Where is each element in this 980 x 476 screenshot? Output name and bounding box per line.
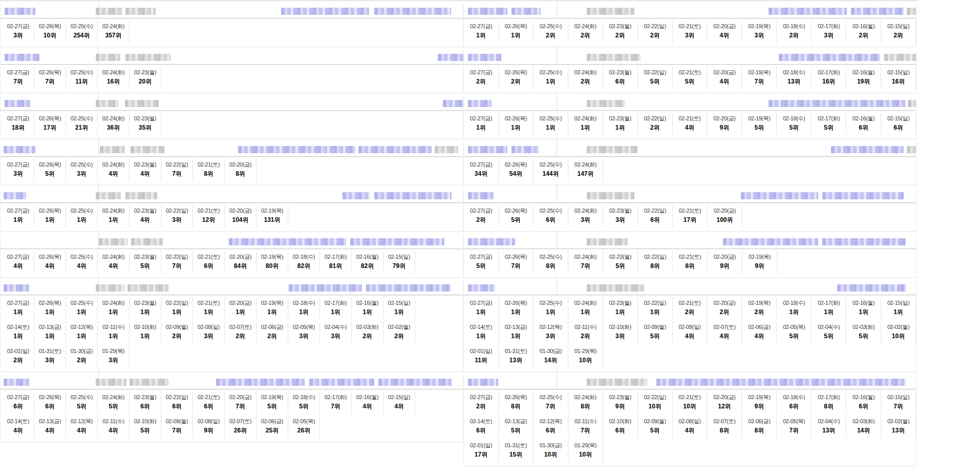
redacted-title-link[interactable]	[4, 146, 35, 153]
cell-date: 02-22(일)	[161, 299, 193, 307]
redacted-title-link[interactable]	[468, 284, 495, 292]
redacted-title-link[interactable]	[366, 284, 451, 292]
redacted-title-link[interactable]	[512, 8, 541, 15]
rank-cell: 02-20(금)9위	[708, 251, 742, 274]
redacted-title-link[interactable]	[468, 146, 507, 153]
redacted-label-text	[435, 146, 458, 153]
redacted-title-link[interactable]	[831, 146, 904, 153]
redacted-title-link[interactable]	[769, 100, 906, 107]
rank-cell: 02-09(월)5위	[638, 321, 673, 344]
header-divider	[557, 184, 557, 203]
rank-cell: 02-17(화)16위	[812, 67, 846, 89]
cell-date: 02-07(토)	[707, 418, 741, 425]
redacted-title-link[interactable]	[4, 192, 26, 199]
cell-date: 02-22(일)	[161, 394, 193, 401]
rank-cell: 02-27(금)2위	[464, 67, 499, 89]
rank-row: 02-27(금)2위02-26(목)2위02-25(수)1위02-24(화)2위…	[464, 67, 916, 89]
redacted-title-link[interactable]	[216, 379, 305, 386]
redacted-title-link[interactable]	[309, 379, 374, 386]
redacted-title-link[interactable]	[468, 54, 501, 61]
redacted-title-link[interactable]	[358, 146, 432, 153]
redacted-title-link[interactable]	[822, 238, 906, 245]
block-header	[464, 375, 916, 389]
redacted-title-link[interactable]	[378, 379, 452, 386]
redacted-title-link[interactable]	[468, 238, 515, 245]
cell-date: 02-15(일)	[881, 299, 915, 307]
redacted-title-link[interactable]	[281, 8, 369, 15]
cell-date: 02-24(화)	[568, 207, 603, 215]
redacted-title-link[interactable]	[723, 238, 818, 245]
redacted-title-link[interactable]	[779, 54, 880, 61]
rank-block: 02-27(금)6위02-26(목)6위02-25(수)5위02-24(화)5위…	[0, 375, 463, 442]
redacted-title-link[interactable]	[374, 192, 452, 199]
cell-date: 02-25(수)	[534, 161, 568, 169]
rank-rows: 02-27(금)1위02-26(목)1위02-25(수)2위02-24(화)2위…	[464, 18, 916, 47]
cell-date: 02-20(금)	[707, 299, 741, 307]
cell-date: 02-22(일)	[638, 207, 672, 215]
redacted-title-link[interactable]	[289, 284, 362, 292]
redacted-title-link[interactable]	[4, 284, 29, 292]
rank-row: 02-27(금)2위02-26(목)8위02-25(수)7위02-24(화)8위…	[464, 391, 916, 414]
cell-date: 02-21(토)	[673, 69, 707, 76]
redacted-title-link[interactable]	[837, 284, 906, 292]
redacted-label-text	[587, 100, 625, 107]
block-header	[464, 189, 916, 203]
cell-date: 02-10(화)	[130, 323, 161, 331]
cell-rank: 1위	[812, 308, 846, 316]
redacted-title-link[interactable]	[229, 238, 346, 245]
redacted-label-text	[587, 54, 641, 61]
redacted-title-link[interactable]	[4, 379, 29, 386]
redacted-title-link[interactable]	[656, 379, 906, 386]
cell-rank: 4위	[34, 426, 66, 434]
rank-cell: 02-25(수)6위	[534, 205, 568, 227]
cell-rank: 1위	[384, 308, 415, 316]
rank-rows: 02-27(금)7위02-26(목)7위02-25(수)11위02-24(화)1…	[1, 65, 463, 93]
redacted-title-link[interactable]	[343, 192, 370, 199]
cell-date: 02-25(수)	[66, 23, 97, 30]
redacted-title-link[interactable]	[512, 146, 539, 153]
cell-date: 02-17(화)	[812, 115, 846, 122]
rank-cell: 02-24(화)36위	[98, 113, 130, 135]
redacted-title-link[interactable]	[468, 379, 498, 386]
rank-cell: 02-19(목)7위	[742, 67, 777, 89]
cell-date: 02-24(화)	[98, 161, 129, 169]
redacted-title-link[interactable]	[468, 192, 494, 199]
redacted-title-link[interactable]	[5, 100, 30, 107]
cell-rank: 2위	[161, 332, 193, 340]
cell-date: 02-08(일)	[673, 418, 707, 425]
cell-date: 02-14(토)	[3, 418, 34, 425]
cell-date: 02-19(목)	[257, 253, 288, 261]
cell-date: 02-27(금)	[3, 207, 34, 215]
redacted-title-link[interactable]	[5, 8, 35, 15]
redacted-title-link[interactable]	[438, 54, 463, 61]
redacted-title-link[interactable]	[822, 192, 904, 199]
cell-rank: 7위	[881, 402, 915, 410]
rank-cell: 02-19(목)9위	[742, 251, 777, 274]
redacted-title-link[interactable]	[851, 8, 904, 15]
rank-cell: 02-19(목)5위	[257, 391, 288, 414]
cell-rank: 2위	[638, 123, 672, 132]
redacted-title-link[interactable]	[769, 8, 847, 15]
redacted-title-link[interactable]	[350, 238, 444, 245]
cell-date: 02-07(토)	[225, 418, 256, 425]
redacted-title-link[interactable]	[443, 100, 463, 107]
redacted-title-link[interactable]	[374, 8, 451, 15]
cell-date: 02-09(월)	[638, 418, 672, 425]
cell-rank: 1위	[464, 123, 498, 132]
cell-rank: 1위	[3, 332, 34, 340]
redacted-title-link[interactable]	[468, 8, 507, 15]
cell-rank: 2위	[384, 332, 415, 340]
cell-date: 02-19(목)	[742, 394, 776, 401]
redacted-title-link[interactable]	[741, 192, 818, 199]
cell-date: 01-31(토)	[499, 347, 533, 355]
cell-rank: 13위	[777, 77, 811, 86]
cell-date: 02-17(화)	[320, 394, 351, 401]
cell-rank: 147위	[568, 170, 603, 178]
cell-rank: 3위	[66, 170, 97, 178]
redacted-title-link[interactable]	[468, 100, 492, 107]
rank-cell: 02-24(화)5위	[98, 391, 130, 414]
redacted-title-link[interactable]	[5, 54, 39, 61]
redacted-title-link[interactable]	[238, 146, 355, 153]
cell-rank: 36위	[98, 123, 129, 132]
block-header	[464, 4, 916, 18]
